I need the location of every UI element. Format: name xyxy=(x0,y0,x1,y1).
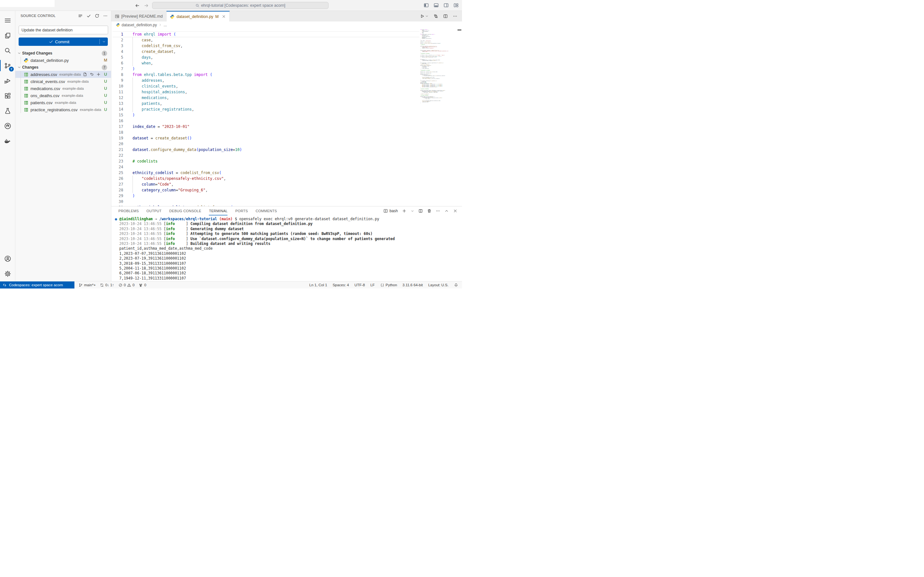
commit-message-input[interactable] xyxy=(19,26,108,34)
editor-scrollbar[interactable] xyxy=(457,28,462,206)
scm-file-row[interactable]: clinical_events.csv example-data U xyxy=(15,78,111,85)
sidebar-item-testing[interactable] xyxy=(0,103,15,118)
scm-file-row[interactable]: ons_deaths.csv example-data U xyxy=(15,92,111,99)
terminal-output[interactable]: ● @iaindillingham → /workspaces/ehrql-tu… xyxy=(111,215,462,281)
sync-status[interactable]: 0↓ 1↑ xyxy=(100,283,114,287)
ports-status[interactable]: 0 xyxy=(139,283,146,287)
panel-tab-debug-console[interactable]: DEBUG CONSOLE xyxy=(170,206,202,215)
code-line[interactable]: patients, xyxy=(128,101,419,106)
code-line[interactable]: asthma_inhaler_codelist = codelist_from_… xyxy=(128,205,419,206)
close-icon[interactable] xyxy=(222,15,226,19)
close-panel-icon[interactable] xyxy=(453,209,457,213)
panel-tab-problems[interactable]: PROBLEMS xyxy=(118,206,139,215)
code-line[interactable]: codelist_from_csv, xyxy=(128,43,419,49)
code-line[interactable]: clinical_events, xyxy=(128,83,419,89)
maximize-panel-icon[interactable] xyxy=(444,209,449,213)
nav-back-icon[interactable] xyxy=(134,3,140,8)
eol-status[interactable]: LF xyxy=(370,283,375,287)
split-terminal-icon[interactable] xyxy=(418,209,423,213)
breadcrumb-file[interactable]: dataset_definition.py xyxy=(121,23,157,27)
code-line[interactable]: hospital_admissions, xyxy=(128,89,419,95)
commit-button[interactable]: Commit xyxy=(19,37,108,46)
sidebar-item-extensions[interactable] xyxy=(0,88,15,103)
toggle-secondary-sidebar-icon[interactable] xyxy=(443,3,449,8)
code-line[interactable] xyxy=(128,141,419,147)
view-as-list-icon[interactable] xyxy=(78,13,83,18)
scm-section-changes[interactable]: Changes 7 xyxy=(15,64,111,71)
code-line[interactable] xyxy=(128,129,419,135)
scm-file-row[interactable]: patients.csv example-data U xyxy=(15,99,111,106)
panel-tab-terminal[interactable]: TERMINAL xyxy=(209,206,228,215)
code-line[interactable]: case, xyxy=(128,37,419,43)
breadcrumb-more[interactable]: ... xyxy=(164,23,167,27)
more-actions-icon[interactable] xyxy=(436,209,440,213)
sidebar-item-explorer[interactable] xyxy=(0,28,15,43)
sidebar-item-docker[interactable] xyxy=(0,133,15,148)
code-line[interactable]: from ehrql import ( xyxy=(128,31,419,37)
scm-section-staged-changes[interactable]: Staged Changes 1 xyxy=(15,50,111,57)
scm-file-row[interactable]: medications.csv example-data U xyxy=(15,85,111,92)
code-line[interactable]: from ehrql.tables.beta.tpp import ( xyxy=(128,72,419,77)
code-line[interactable]: dataset.configure_dummy_data(population_… xyxy=(128,147,419,153)
branch-status[interactable]: main*+ xyxy=(79,283,95,287)
refresh-icon[interactable] xyxy=(95,13,99,18)
code-line[interactable]: ) xyxy=(128,112,419,118)
cursor-position[interactable]: Ln 1, Col 1 xyxy=(309,283,327,287)
code-line[interactable]: practice_registrations, xyxy=(128,106,419,112)
code-editor[interactable]: 1234567891011121314151617181920212223242… xyxy=(111,28,462,206)
code-line[interactable] xyxy=(128,118,419,124)
code-line[interactable]: ethnicity_codelist = codelist_from_csv( xyxy=(128,170,419,176)
account-button[interactable] xyxy=(0,251,15,266)
panel-tab-comments[interactable]: COMMENTS xyxy=(256,206,277,215)
notifications-bell[interactable] xyxy=(454,283,458,287)
toggle-panel-icon[interactable] xyxy=(433,3,439,8)
indentation-status[interactable]: Spaces: 4 xyxy=(333,283,349,287)
code-line[interactable]: dataset = create_dataset() xyxy=(128,135,419,141)
code-line[interactable] xyxy=(128,164,419,170)
commit-check-icon[interactable] xyxy=(86,13,91,18)
more-actions-icon[interactable] xyxy=(103,13,108,18)
tab-readme-preview[interactable]: [Preview] README.md xyxy=(111,11,166,21)
problems-status[interactable]: 0 0 xyxy=(118,283,135,287)
minimap[interactable]: from ehrql import ( case, codelist_from_… xyxy=(419,28,457,206)
split-editor-icon[interactable] xyxy=(443,14,448,19)
language-status[interactable]: Python xyxy=(380,283,397,287)
panel-tab-output[interactable]: OUTPUT xyxy=(147,206,162,215)
command-center-search[interactable]: ehrql-tutorial [Codespaces: expert space… xyxy=(152,2,328,9)
scm-file-row[interactable]: dataset_definition.py M xyxy=(15,57,111,64)
code-line[interactable]: "codelists/opensafely-ethnicity.csv", xyxy=(128,176,419,181)
sidebar-item-source-control[interactable]: 7 xyxy=(0,58,15,73)
code-line[interactable]: addresses, xyxy=(128,77,419,83)
open-file-icon[interactable] xyxy=(83,72,87,77)
more-actions-icon[interactable] xyxy=(453,14,457,19)
code-line[interactable] xyxy=(128,153,419,158)
stage-icon[interactable] xyxy=(96,72,101,77)
sidebar-item-run-debug[interactable] xyxy=(0,73,15,88)
scm-file-row[interactable]: practice_registrations.csv example-data … xyxy=(15,106,111,113)
code-line[interactable]: ) xyxy=(128,193,419,199)
scrollbar-thumb[interactable] xyxy=(457,29,461,31)
sidebar-item-github[interactable] xyxy=(0,118,15,133)
kill-terminal-icon[interactable] xyxy=(427,209,431,213)
toggle-sidebar-icon[interactable] xyxy=(423,3,429,8)
sidebar-item-search[interactable] xyxy=(0,43,15,58)
chevron-down-icon[interactable] xyxy=(411,210,414,213)
code-line[interactable]: category_column="Grouping_6", xyxy=(128,187,419,193)
breadcrumb[interactable]: dataset_definition.py ... xyxy=(111,21,462,28)
customize-layout-icon[interactable] xyxy=(453,3,459,8)
open-changes-icon[interactable] xyxy=(433,14,438,19)
code-line[interactable]: medications, xyxy=(128,95,419,101)
code-line[interactable]: column="Code", xyxy=(128,181,419,187)
scm-file-row[interactable]: addresses.csv example-data U xyxy=(15,71,111,78)
menu-button[interactable] xyxy=(0,13,15,28)
code-line[interactable]: ) xyxy=(128,66,419,72)
code-pane[interactable]: from ehrql import ( case, codelist_from_… xyxy=(128,28,419,206)
code-line[interactable]: create_dataset, xyxy=(128,49,419,55)
panel-tab-ports[interactable]: PORTS xyxy=(235,206,248,215)
settings-button[interactable] xyxy=(0,266,15,281)
python-interpreter[interactable]: 3.11.6 64-bit xyxy=(403,283,423,287)
code-line[interactable]: days, xyxy=(128,55,419,60)
new-terminal-icon[interactable] xyxy=(402,209,407,213)
commit-dropdown-button[interactable] xyxy=(99,39,108,44)
run-button[interactable] xyxy=(420,14,429,19)
